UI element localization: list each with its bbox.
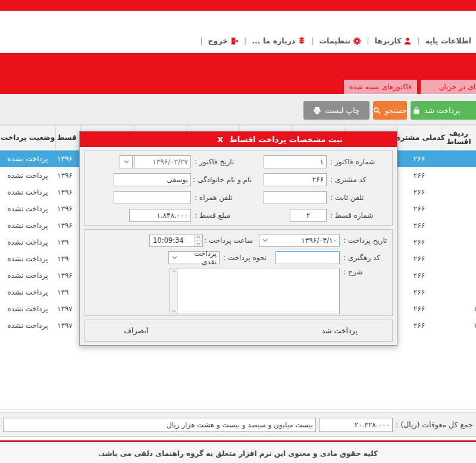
invoice-date-label: تاریخ فاکتور : [191, 158, 252, 166]
installment-amount-label: مبلغ قسط : [191, 211, 252, 220]
payment-time-spinner[interactable]: 10:09:34 [149, 234, 203, 247]
menu-item-about[interactable]: درباره ما ... [252, 36, 306, 45]
phone-input[interactable] [264, 191, 327, 204]
cell-installment-row: ۶ [441, 234, 476, 251]
top-red-bar [0, 0, 476, 11]
cell-payment-status: پرداخت نشده [0, 251, 55, 267]
textarea-scrollbar[interactable] [170, 268, 178, 314]
cell-installment-date: ۱۳۹ [55, 251, 80, 267]
app-header: اطلاعات پایه | کاربرها | تنظیمات | [0, 11, 476, 53]
menu-item-label: خروج [208, 36, 228, 45]
tab-invoices-in-progress[interactable]: فاکتورهای در جریان [421, 80, 476, 94]
installment-payment-dialog: ثبت مشخصات پرداخت اقساط X شماره فاکتور :… [79, 131, 397, 346]
cell-installment-date: ۱۳۹۶ [55, 151, 80, 167]
print-list-button[interactable]: چاپ لیست [303, 101, 369, 120]
user-icon [403, 37, 412, 45]
exit-icon [230, 37, 239, 45]
tracking-code-input[interactable] [275, 251, 340, 264]
installment-amount-input[interactable] [129, 209, 191, 222]
cell-national-code: ۲۶۶ [397, 251, 441, 267]
payment-method-value: پرداخت نقدی [180, 249, 219, 266]
copyright-text: کلیه حقوق مادی و معنوی این نرم افزار متع… [98, 449, 378, 458]
search-button-label: جستجو [385, 106, 407, 115]
installment-no-input[interactable] [290, 209, 327, 222]
cell-payment-status: پرداخت نشده [0, 167, 55, 184]
cell-national-code: ۲۶۶ [397, 234, 441, 251]
app-window: اطلاعات پایه | کاربرها | تنظیمات | [0, 0, 476, 463]
menu-separator: | [367, 36, 369, 45]
printer-icon [313, 107, 321, 115]
cell-national-code: ۲۶۶ [397, 317, 441, 334]
cell-payment-status: پرداخت نشده [0, 184, 55, 201]
dialog-titlebar: ثبت مشخصات پرداخت اقساط X [80, 132, 397, 147]
cell-installment-date: ۱۳۹۶ [55, 184, 80, 201]
customer-code-input[interactable] [264, 173, 327, 186]
scroll-up-icon [172, 270, 176, 273]
menu-item-label: کاربرها [374, 36, 401, 45]
cell-installment-date: ۱۳۹ [55, 234, 80, 251]
cell-installment-date: ۱۳۹۶ [55, 217, 80, 234]
chevron-down-icon [124, 160, 129, 164]
description-textarea[interactable] [170, 268, 340, 314]
invoice-date-input[interactable] [134, 155, 191, 168]
gear-icon [353, 37, 361, 45]
print-list-button-label: چاپ لیست [325, 106, 359, 115]
cell-national-code: ۲۶۶ [397, 284, 441, 301]
menu-item-base-info[interactable]: اطلاعات پایه [425, 36, 471, 45]
tracking-code-label: کد رهگیری : [340, 254, 390, 262]
cell-installment-row: ۵ [441, 217, 476, 234]
installment-no-label: شماره قسط : [327, 211, 390, 220]
spin-down-icon[interactable] [195, 240, 202, 247]
paid-button[interactable]: پرداخت شد [411, 101, 476, 120]
invoice-no-label: شماره فاکتور : [327, 158, 390, 166]
cell-payment-status: پرداخت نشده [0, 217, 55, 234]
phone-label: تلفن ثابت : [327, 193, 390, 202]
cell-installment-row: ۱ [441, 151, 476, 167]
header-national-code[interactable]: کدملی مشتری [397, 126, 441, 150]
tab-invoices-closed[interactable]: فاکتورهای بسته شده [344, 80, 417, 94]
cell-national-code: ۲۶۶ [397, 151, 441, 167]
cell-installment-date: ۱۳۹ [55, 284, 80, 301]
cell-payment-status: پرداخت نشده [0, 151, 55, 167]
search-button[interactable]: جستجو [373, 101, 407, 120]
mobile-input[interactable] [114, 191, 191, 204]
invoice-date-dropdown[interactable] [120, 155, 133, 168]
cell-national-code: ۲۶۶ [397, 184, 441, 201]
total-arrears-words-input[interactable] [3, 418, 316, 432]
spinner-arrows[interactable] [194, 234, 202, 246]
main-menu: اطلاعات پایه | کاربرها | تنظیمات | [200, 36, 471, 45]
copyright-footer: کلیه حقوق مادی و معنوی این نرم افزار متع… [0, 443, 476, 463]
full-name-input[interactable] [114, 173, 191, 186]
spin-up-icon[interactable] [195, 234, 202, 240]
header-installment-row[interactable]: ردیف اقساط [441, 126, 476, 150]
cell-payment-status: پرداخت نشده [0, 234, 55, 251]
payment-method-label: نحوه پرداخت : [220, 254, 270, 262]
bag-icon [412, 107, 421, 115]
mobile-label: تلفن همراه : [191, 193, 252, 202]
cell-installment-row: ۹ [441, 284, 476, 301]
cell-installment-row: ۲ [441, 167, 476, 184]
payment-date-select[interactable]: ۱۳۹۶/۰۴/۱۰ [259, 234, 340, 247]
dialog-paid-button[interactable]: پرداخت شد [322, 326, 358, 335]
chevron-down-icon [169, 256, 180, 259]
payment-method-select[interactable]: پرداخت نقدی [168, 251, 220, 264]
cell-national-code: ۲۶۶ [397, 167, 441, 184]
invoice-no-input[interactable] [264, 155, 327, 168]
header-installment-date[interactable]: تاریخ قسط [55, 126, 80, 150]
menu-separator: | [311, 36, 314, 45]
header-payment-status[interactable]: وضعیت پرداخت [0, 126, 55, 150]
menu-item-label: درباره ما ... [252, 36, 295, 45]
total-arrears-amount-input[interactable] [319, 418, 393, 432]
payment-time-label: ساعت پرداخت : [203, 236, 253, 245]
toolbar: پرداخت شد جستجو چاپ لیست [0, 94, 476, 125]
cell-national-code: ۲۶۶ [397, 301, 441, 317]
menu-item-users[interactable]: کاربرها [374, 36, 412, 45]
dialog-cancel-button[interactable]: انصراف [124, 326, 148, 335]
close-icon[interactable]: X [217, 135, 223, 144]
menu-item-settings[interactable]: تنظیمات [319, 36, 361, 45]
menu-separator: | [200, 36, 202, 45]
menu-item-logout[interactable]: خروج [208, 36, 239, 45]
cell-installment-date: ۱۳۹۶ [55, 167, 80, 184]
payment-date-label: تاریخ پرداخت : [340, 236, 390, 245]
invoice-info-panel: شماره فاکتور : تاریخ فاکتور : کد مشتری :… [84, 151, 393, 226]
